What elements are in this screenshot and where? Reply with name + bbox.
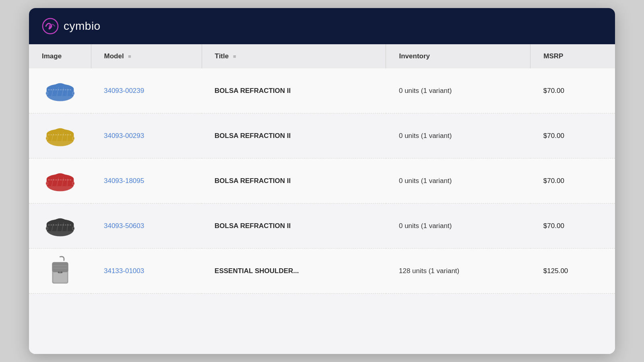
product-image-icon (49, 255, 71, 287)
table-row: 34133-01003ESSENTIAL SHOULDER...128 unit… (29, 249, 615, 294)
title-sort-icon: ≡ (233, 53, 236, 60)
product-image-icon (43, 212, 77, 240)
msrp-cell: $125.00 (530, 249, 615, 294)
image-cell (29, 204, 91, 249)
image-cell (29, 158, 91, 204)
svg-rect-29 (45, 182, 47, 185)
svg-point-45 (59, 271, 61, 273)
product-image-icon (43, 77, 77, 105)
svg-point-13 (46, 129, 74, 140)
inventory-cell: 0 units (1 variant) (386, 204, 530, 249)
title-cell: BOLSA REFRACTION II (202, 158, 386, 204)
table-row: 34093-50603BOLSA REFRACTION II0 units (1… (29, 204, 615, 249)
msrp-cell: $70.00 (530, 68, 615, 113)
msrp-cell: $70.00 (530, 158, 615, 204)
table-row: 34093-00293BOLSA REFRACTION II0 units (1… (29, 113, 615, 158)
msrp-cell: $70.00 (530, 113, 615, 158)
product-image-icon (43, 122, 77, 150)
product-image-icon (43, 167, 77, 195)
msrp-cell: $70.00 (530, 204, 615, 249)
app-container: cymbio Image Model ≡ Title ≡ (29, 8, 615, 354)
inventory-cell: 0 units (1 variant) (386, 113, 530, 158)
svg-rect-39 (45, 227, 47, 230)
svg-rect-40 (72, 227, 74, 230)
inventory-cell: 128 units (1 variant) (386, 249, 530, 294)
column-header-title[interactable]: Title ≡ (202, 44, 386, 68)
title-cell: BOLSA REFRACTION II (202, 68, 386, 113)
column-header-image: Image (29, 44, 91, 68)
model-sort-icon: ≡ (128, 53, 131, 60)
svg-point-33 (46, 219, 74, 230)
title-cell: BOLSA REFRACTION II (202, 113, 386, 158)
inventory-cell: 0 units (1 variant) (386, 158, 530, 204)
svg-rect-30 (72, 182, 74, 185)
table-container[interactable]: Image Model ≡ Title ≡ Inventory MSRP (29, 44, 615, 354)
title-cell: BOLSA REFRACTION II (202, 204, 386, 249)
data-table: Image Model ≡ Title ≡ Inventory MSRP (29, 44, 615, 294)
image-cell (29, 113, 91, 158)
image-cell (29, 68, 91, 113)
svg-point-23 (46, 174, 74, 185)
model-cell[interactable]: 34093-18095 (91, 158, 202, 204)
logo-area: cymbio (42, 18, 101, 35)
title-cell: ESSENTIAL SHOULDER... (202, 249, 386, 294)
logo-text: cymbio (64, 20, 101, 33)
model-cell[interactable]: 34133-01003 (91, 249, 202, 294)
column-header-msrp: MSRP (530, 44, 615, 68)
table-row: 34093-00239BOLSA REFRACTION II0 units (1… (29, 68, 615, 113)
cymbio-logo-icon (42, 18, 59, 35)
svg-point-3 (46, 84, 74, 95)
svg-rect-10 (72, 92, 74, 95)
image-cell (29, 249, 91, 294)
model-cell[interactable]: 34093-00293 (91, 113, 202, 158)
model-cell[interactable]: 34093-50603 (91, 204, 202, 249)
inventory-cell: 0 units (1 variant) (386, 68, 530, 113)
svg-rect-20 (72, 137, 74, 140)
table-header-row: Image Model ≡ Title ≡ Inventory MSRP (29, 44, 615, 68)
svg-rect-19 (45, 137, 47, 140)
column-header-model[interactable]: Model ≡ (91, 44, 202, 68)
column-header-inventory: Inventory (386, 44, 530, 68)
table-row: 34093-18095BOLSA REFRACTION II0 units (1… (29, 158, 615, 204)
model-cell[interactable]: 34093-00239 (91, 68, 202, 113)
svg-rect-9 (45, 92, 47, 95)
header: cymbio (29, 8, 615, 44)
svg-rect-43 (52, 262, 68, 272)
